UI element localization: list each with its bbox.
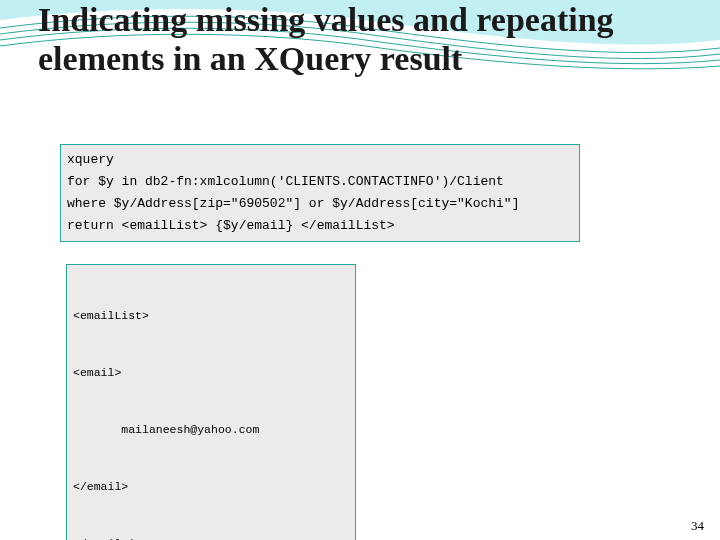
slide-title: Indicating missing values and repeating … bbox=[38, 0, 690, 78]
code-line: xquery bbox=[67, 149, 573, 171]
result-line: </emailList> bbox=[73, 535, 349, 540]
code-line: for $y in db2-fn:xmlcolumn('CLIENTS.CONT… bbox=[67, 171, 573, 193]
xquery-result-block: <emailList> <email> mailaneesh@yahoo.com… bbox=[66, 264, 356, 540]
code-line: where $y/Address[zip="690502"] or $y/Add… bbox=[67, 193, 573, 215]
result-line: <email> bbox=[73, 364, 349, 383]
xquery-code-block: xquery for $y in db2-fn:xmlcolumn('CLIEN… bbox=[60, 144, 580, 242]
code-line: return <emailList> {$y/email} </emailLis… bbox=[67, 215, 573, 237]
page-number: 34 bbox=[691, 518, 704, 534]
result-line: mailaneesh@yahoo.com bbox=[73, 421, 349, 440]
result-line: <emailList> bbox=[73, 307, 349, 326]
result-line: </email> bbox=[73, 478, 349, 497]
